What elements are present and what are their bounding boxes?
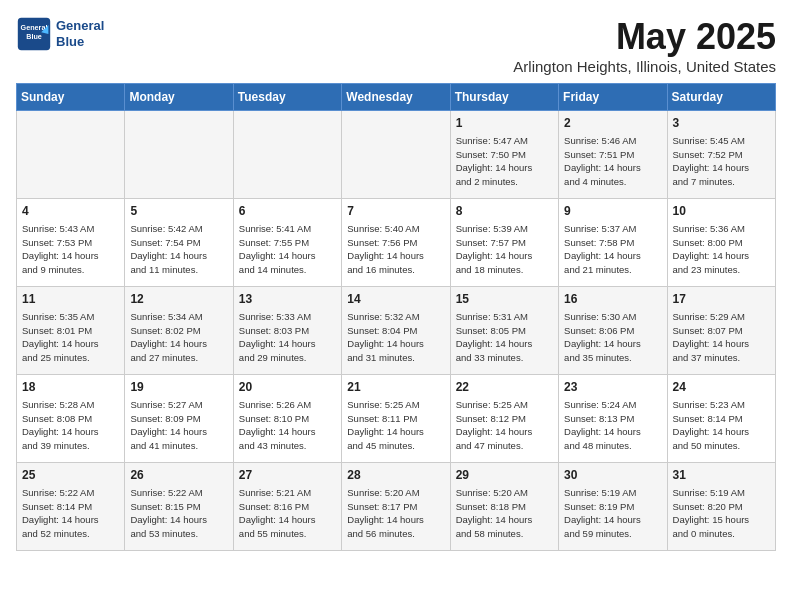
header-wednesday: Wednesday [342, 84, 450, 111]
calendar-cell: 30Sunrise: 5:19 AM Sunset: 8:19 PM Dayli… [559, 463, 667, 551]
calendar-cell: 21Sunrise: 5:25 AM Sunset: 8:11 PM Dayli… [342, 375, 450, 463]
day-number: 7 [347, 203, 444, 220]
day-number: 14 [347, 291, 444, 308]
header-friday: Friday [559, 84, 667, 111]
calendar-cell [17, 111, 125, 199]
day-info: Sunrise: 5:37 AM Sunset: 7:58 PM Dayligh… [564, 222, 661, 277]
day-info: Sunrise: 5:31 AM Sunset: 8:05 PM Dayligh… [456, 310, 553, 365]
header-monday: Monday [125, 84, 233, 111]
calendar-week-1: 1Sunrise: 5:47 AM Sunset: 7:50 PM Daylig… [17, 111, 776, 199]
logo: General Blue General Blue [16, 16, 104, 52]
day-number: 17 [673, 291, 770, 308]
calendar-cell: 5Sunrise: 5:42 AM Sunset: 7:54 PM Daylig… [125, 199, 233, 287]
day-info: Sunrise: 5:34 AM Sunset: 8:02 PM Dayligh… [130, 310, 227, 365]
day-number: 20 [239, 379, 336, 396]
day-info: Sunrise: 5:23 AM Sunset: 8:14 PM Dayligh… [673, 398, 770, 453]
calendar-cell: 16Sunrise: 5:30 AM Sunset: 8:06 PM Dayli… [559, 287, 667, 375]
svg-text:Blue: Blue [26, 32, 42, 41]
calendar-cell: 26Sunrise: 5:22 AM Sunset: 8:15 PM Dayli… [125, 463, 233, 551]
day-info: Sunrise: 5:41 AM Sunset: 7:55 PM Dayligh… [239, 222, 336, 277]
day-number: 4 [22, 203, 119, 220]
calendar-cell: 8Sunrise: 5:39 AM Sunset: 7:57 PM Daylig… [450, 199, 558, 287]
day-number: 12 [130, 291, 227, 308]
page-header: General Blue General Blue May 2025 Arlin… [16, 16, 776, 75]
day-info: Sunrise: 5:43 AM Sunset: 7:53 PM Dayligh… [22, 222, 119, 277]
calendar-cell: 11Sunrise: 5:35 AM Sunset: 8:01 PM Dayli… [17, 287, 125, 375]
header-thursday: Thursday [450, 84, 558, 111]
day-info: Sunrise: 5:25 AM Sunset: 8:11 PM Dayligh… [347, 398, 444, 453]
day-number: 29 [456, 467, 553, 484]
day-number: 9 [564, 203, 661, 220]
header-tuesday: Tuesday [233, 84, 341, 111]
calendar-cell: 9Sunrise: 5:37 AM Sunset: 7:58 PM Daylig… [559, 199, 667, 287]
day-info: Sunrise: 5:30 AM Sunset: 8:06 PM Dayligh… [564, 310, 661, 365]
day-info: Sunrise: 5:24 AM Sunset: 8:13 PM Dayligh… [564, 398, 661, 453]
calendar-cell: 22Sunrise: 5:25 AM Sunset: 8:12 PM Dayli… [450, 375, 558, 463]
calendar-cell: 23Sunrise: 5:24 AM Sunset: 8:13 PM Dayli… [559, 375, 667, 463]
day-info: Sunrise: 5:27 AM Sunset: 8:09 PM Dayligh… [130, 398, 227, 453]
day-number: 11 [22, 291, 119, 308]
calendar-week-3: 11Sunrise: 5:35 AM Sunset: 8:01 PM Dayli… [17, 287, 776, 375]
calendar-table: SundayMondayTuesdayWednesdayThursdayFrid… [16, 83, 776, 551]
day-number: 21 [347, 379, 444, 396]
day-info: Sunrise: 5:28 AM Sunset: 8:08 PM Dayligh… [22, 398, 119, 453]
calendar-cell: 24Sunrise: 5:23 AM Sunset: 8:14 PM Dayli… [667, 375, 775, 463]
calendar-cell: 18Sunrise: 5:28 AM Sunset: 8:08 PM Dayli… [17, 375, 125, 463]
calendar-week-5: 25Sunrise: 5:22 AM Sunset: 8:14 PM Dayli… [17, 463, 776, 551]
day-info: Sunrise: 5:47 AM Sunset: 7:50 PM Dayligh… [456, 134, 553, 189]
calendar-cell: 12Sunrise: 5:34 AM Sunset: 8:02 PM Dayli… [125, 287, 233, 375]
calendar-cell: 20Sunrise: 5:26 AM Sunset: 8:10 PM Dayli… [233, 375, 341, 463]
day-number: 26 [130, 467, 227, 484]
day-number: 8 [456, 203, 553, 220]
calendar-cell: 14Sunrise: 5:32 AM Sunset: 8:04 PM Dayli… [342, 287, 450, 375]
day-number: 31 [673, 467, 770, 484]
day-info: Sunrise: 5:39 AM Sunset: 7:57 PM Dayligh… [456, 222, 553, 277]
day-number: 1 [456, 115, 553, 132]
calendar-cell: 31Sunrise: 5:19 AM Sunset: 8:20 PM Dayli… [667, 463, 775, 551]
day-info: Sunrise: 5:22 AM Sunset: 8:15 PM Dayligh… [130, 486, 227, 541]
calendar-header-row: SundayMondayTuesdayWednesdayThursdayFrid… [17, 84, 776, 111]
day-number: 23 [564, 379, 661, 396]
calendar-week-4: 18Sunrise: 5:28 AM Sunset: 8:08 PM Dayli… [17, 375, 776, 463]
day-number: 25 [22, 467, 119, 484]
day-number: 5 [130, 203, 227, 220]
day-info: Sunrise: 5:42 AM Sunset: 7:54 PM Dayligh… [130, 222, 227, 277]
calendar-cell: 4Sunrise: 5:43 AM Sunset: 7:53 PM Daylig… [17, 199, 125, 287]
calendar-cell [125, 111, 233, 199]
logo-icon: General Blue [16, 16, 52, 52]
day-info: Sunrise: 5:21 AM Sunset: 8:16 PM Dayligh… [239, 486, 336, 541]
day-number: 16 [564, 291, 661, 308]
day-info: Sunrise: 5:36 AM Sunset: 8:00 PM Dayligh… [673, 222, 770, 277]
day-number: 10 [673, 203, 770, 220]
title-area: May 2025 Arlington Heights, Illinois, Un… [513, 16, 776, 75]
day-number: 2 [564, 115, 661, 132]
day-info: Sunrise: 5:22 AM Sunset: 8:14 PM Dayligh… [22, 486, 119, 541]
day-info: Sunrise: 5:46 AM Sunset: 7:51 PM Dayligh… [564, 134, 661, 189]
day-info: Sunrise: 5:32 AM Sunset: 8:04 PM Dayligh… [347, 310, 444, 365]
day-info: Sunrise: 5:25 AM Sunset: 8:12 PM Dayligh… [456, 398, 553, 453]
logo-text: General Blue [56, 18, 104, 49]
calendar-cell: 15Sunrise: 5:31 AM Sunset: 8:05 PM Dayli… [450, 287, 558, 375]
day-number: 30 [564, 467, 661, 484]
calendar-cell: 28Sunrise: 5:20 AM Sunset: 8:17 PM Dayli… [342, 463, 450, 551]
calendar-cell: 29Sunrise: 5:20 AM Sunset: 8:18 PM Dayli… [450, 463, 558, 551]
calendar-cell: 19Sunrise: 5:27 AM Sunset: 8:09 PM Dayli… [125, 375, 233, 463]
calendar-cell: 25Sunrise: 5:22 AM Sunset: 8:14 PM Dayli… [17, 463, 125, 551]
calendar-cell [233, 111, 341, 199]
calendar-cell: 6Sunrise: 5:41 AM Sunset: 7:55 PM Daylig… [233, 199, 341, 287]
day-info: Sunrise: 5:19 AM Sunset: 8:20 PM Dayligh… [673, 486, 770, 541]
day-info: Sunrise: 5:20 AM Sunset: 8:18 PM Dayligh… [456, 486, 553, 541]
day-info: Sunrise: 5:45 AM Sunset: 7:52 PM Dayligh… [673, 134, 770, 189]
day-number: 6 [239, 203, 336, 220]
month-title: May 2025 [513, 16, 776, 58]
day-info: Sunrise: 5:35 AM Sunset: 8:01 PM Dayligh… [22, 310, 119, 365]
calendar-cell: 13Sunrise: 5:33 AM Sunset: 8:03 PM Dayli… [233, 287, 341, 375]
day-info: Sunrise: 5:33 AM Sunset: 8:03 PM Dayligh… [239, 310, 336, 365]
header-saturday: Saturday [667, 84, 775, 111]
calendar-cell: 2Sunrise: 5:46 AM Sunset: 7:51 PM Daylig… [559, 111, 667, 199]
calendar-cell: 1Sunrise: 5:47 AM Sunset: 7:50 PM Daylig… [450, 111, 558, 199]
day-number: 18 [22, 379, 119, 396]
day-number: 13 [239, 291, 336, 308]
calendar-cell: 10Sunrise: 5:36 AM Sunset: 8:00 PM Dayli… [667, 199, 775, 287]
day-info: Sunrise: 5:40 AM Sunset: 7:56 PM Dayligh… [347, 222, 444, 277]
